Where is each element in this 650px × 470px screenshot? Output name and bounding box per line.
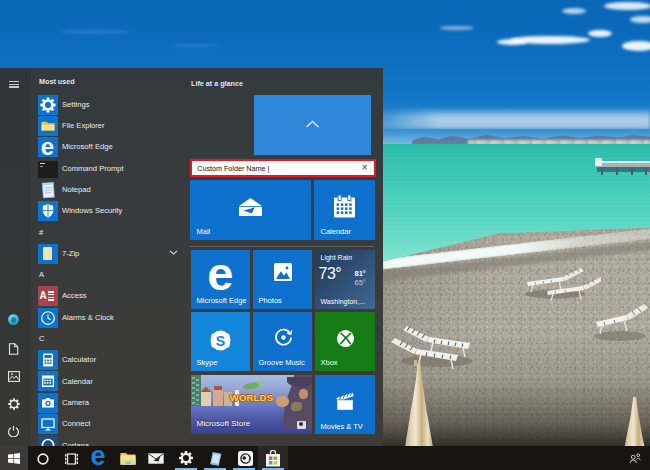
svg-text:S: S xyxy=(216,333,225,349)
